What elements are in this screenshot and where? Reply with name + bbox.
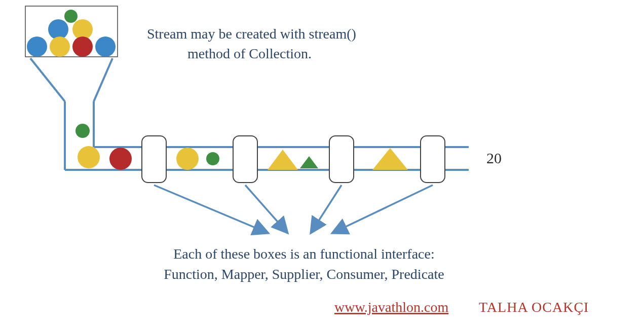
circle-blue: [95, 37, 116, 57]
arrows: [154, 185, 433, 233]
circle-green-top: [64, 10, 78, 23]
footer-link-text: www.javathlon.com: [334, 299, 448, 315]
circle-red: [109, 148, 132, 170]
circle-red: [72, 37, 93, 57]
circle-yellow: [78, 146, 100, 168]
triangle-yellow: [268, 150, 298, 170]
headline-line2: method of Collection.: [187, 46, 312, 61]
result-value: 20: [486, 150, 502, 166]
arrow-3: [311, 185, 342, 233]
stage-box-4: [421, 136, 445, 183]
triangle-green: [300, 156, 318, 168]
circle-blue: [27, 37, 47, 57]
stage-box-2: [233, 136, 257, 183]
stream-diagram: 20 Stream may be created with stream() m…: [0, 0, 644, 322]
svg-line-2: [30, 58, 65, 101]
triangle-yellow: [372, 148, 408, 170]
footer-author: TALHA OCAKÇI: [479, 299, 589, 315]
svg-line-3: [94, 58, 112, 101]
collection-box: [25, 6, 118, 57]
funnel-lines: [30, 58, 112, 170]
footer-link[interactable]: www.javathlon.com: [334, 299, 448, 315]
circle-green: [75, 124, 90, 138]
stage-box-3: [329, 136, 354, 183]
caption-line1: Each of these boxes is an functional int…: [173, 246, 434, 262]
headline-line1: Stream may be created with stream(): [147, 26, 356, 42]
circle-yellow: [50, 37, 70, 57]
circle-blue: [48, 19, 68, 40]
caption-line2: Function, Mapper, Supplier, Consumer, Pr…: [164, 266, 444, 282]
stage-box-1: [142, 136, 166, 183]
circle-green: [206, 152, 219, 165]
circle-yellow: [176, 148, 199, 170]
arrow-4: [332, 185, 433, 233]
